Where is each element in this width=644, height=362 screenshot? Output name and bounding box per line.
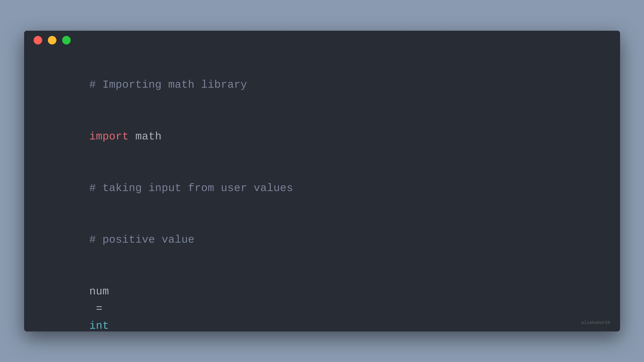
code-line-1: # Importing math library [37, 59, 608, 111]
close-button[interactable] [34, 36, 42, 44]
var-num: num [89, 285, 109, 298]
titlebar [24, 31, 620, 50]
code-editor: # Importing math library import math # t… [24, 50, 620, 332]
comment-3: # positive value [89, 234, 194, 246]
comment-2: # taking input from user values [89, 182, 293, 194]
minimize-button[interactable] [48, 36, 56, 44]
code-window: # Importing math library import math # t… [24, 31, 620, 332]
watermark: aliababurkb [581, 320, 610, 325]
code-line-4: # positive value [37, 214, 608, 266]
comment-1: # Importing math library [89, 79, 247, 91]
import-module: math [129, 130, 162, 143]
code-line-3: # taking input from user values [37, 163, 608, 214]
keyword-import: import [89, 130, 129, 143]
code-line-5: num = int ( input ( "Enter a num to find… [37, 266, 608, 331]
equals-sign: = [89, 303, 109, 315]
code-line-2: import math [37, 111, 608, 163]
fn-int: int [89, 320, 109, 331]
maximize-button[interactable] [62, 36, 71, 44]
